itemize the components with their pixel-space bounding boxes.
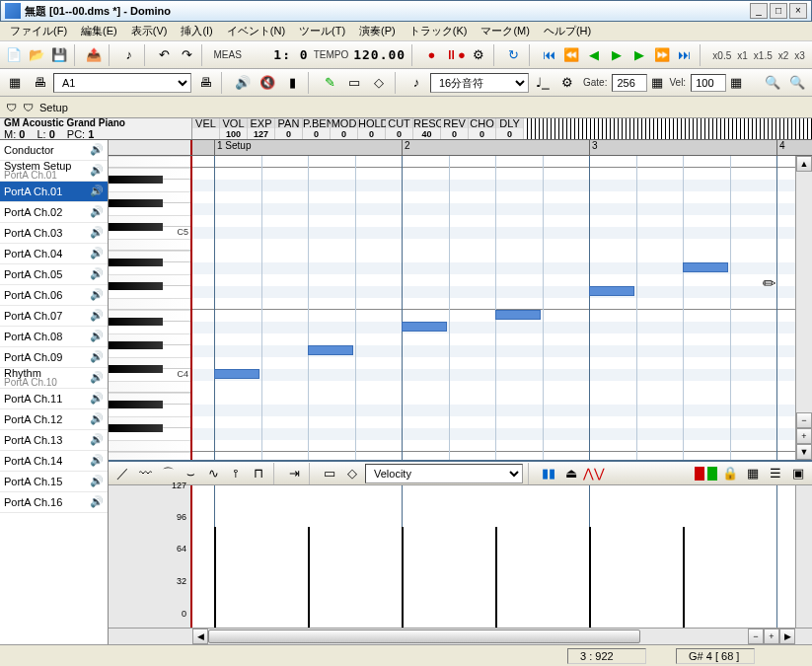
track-row[interactable]: PortA Ch.09🔊 xyxy=(0,347,108,368)
forward-button[interactable]: ⏩ xyxy=(652,44,672,66)
cc-graph[interactable] xyxy=(192,485,795,628)
cc-type-select[interactable]: Velocity xyxy=(365,464,523,483)
printer-icon-2[interactable]: 🖶 xyxy=(194,72,216,94)
eraser-tool[interactable]: ◇ xyxy=(368,72,390,94)
param-column[interactable]: DLY0 xyxy=(496,118,524,139)
velocity-bar[interactable] xyxy=(402,527,404,628)
mini-keyboard[interactable] xyxy=(524,118,812,139)
velocity-bar[interactable] xyxy=(308,527,310,628)
speaker-icon[interactable]: 🔊 xyxy=(232,72,254,94)
cc-lock-icon[interactable]: 🔒 xyxy=(720,464,740,483)
zoom-level[interactable]: x2 xyxy=(775,50,792,61)
scroll-down-button[interactable]: ▼ xyxy=(796,444,812,460)
zoom-level[interactable]: x3 xyxy=(791,50,808,61)
menu-item[interactable]: 表示(V) xyxy=(125,22,174,40)
track-row[interactable]: PortA Ch.08🔊 xyxy=(0,327,108,347)
cc-line-tool[interactable]: ／ xyxy=(112,464,132,483)
speaker-icon[interactable]: 🔊 xyxy=(90,350,104,364)
midi-note[interactable] xyxy=(495,310,541,320)
cc-insert-tool[interactable]: ⇥ xyxy=(284,464,304,483)
track-row[interactable]: PortA Ch.11🔊 xyxy=(0,389,108,409)
vel-spinner[interactable]: ▦ xyxy=(729,72,743,94)
track-row[interactable]: PortA Ch.01🔊 xyxy=(0,182,108,202)
speaker-icon[interactable]: 🔊 xyxy=(90,185,104,198)
velocity-bar[interactable] xyxy=(589,527,591,628)
track-view-icon[interactable]: ▦ xyxy=(4,72,26,94)
note-settings-icon[interactable]: ⚙ xyxy=(556,72,578,94)
speaker-icon[interactable]: 🔊 xyxy=(90,309,104,323)
param-column[interactable]: RESO40 xyxy=(413,118,441,139)
speaker-icon[interactable]: 🔊 xyxy=(90,495,104,509)
maximize-button[interactable]: □ xyxy=(770,3,787,19)
track-row[interactable]: PortA Ch.06🔊 xyxy=(0,285,108,306)
track-select[interactable]: A1 xyxy=(53,73,191,93)
horizontal-scrollbar[interactable] xyxy=(208,629,748,644)
menu-item[interactable]: イベント(N) xyxy=(221,22,291,40)
track-row[interactable]: PortA Ch.12🔊 xyxy=(0,409,108,430)
speaker-icon[interactable]: 🔊 xyxy=(90,205,104,219)
speaker-mute-icon[interactable]: 🔇 xyxy=(257,72,278,94)
cc-marker-icon[interactable]: ⏏ xyxy=(561,464,581,483)
gate-spinner[interactable]: ▦ xyxy=(650,72,664,94)
record-button[interactable]: ● xyxy=(422,44,442,66)
velocity-bar[interactable] xyxy=(683,527,685,628)
record-pause-button[interactable]: ⏸● xyxy=(444,44,466,66)
new-file-button[interactable]: 📄 xyxy=(4,44,24,66)
midi-note[interactable] xyxy=(308,345,353,355)
param-column[interactable]: CHO0 xyxy=(469,118,496,139)
menu-item[interactable]: ヘルプ(H) xyxy=(538,22,597,40)
track-row[interactable]: System SetupPortA Ch.01🔊 xyxy=(0,161,108,182)
gate-input[interactable] xyxy=(612,74,647,92)
speaker-icon[interactable]: 🔊 xyxy=(90,247,104,260)
cc-step-tool[interactable]: ⊓ xyxy=(249,464,268,483)
track-row[interactable]: PortA Ch.05🔊 xyxy=(0,264,108,285)
note-hold-icon[interactable]: ♩⎯ xyxy=(532,72,554,94)
param-column[interactable]: VOL100 xyxy=(220,118,248,139)
cc-vscroll[interactable] xyxy=(795,485,812,628)
cc-green-icon[interactable] xyxy=(707,467,717,481)
menu-item[interactable]: 編集(E) xyxy=(75,22,123,40)
scroll-plus-button[interactable]: + xyxy=(796,428,812,444)
menu-item[interactable]: 挿入(I) xyxy=(175,22,218,40)
menu-item[interactable]: 演奏(P) xyxy=(353,22,402,40)
record-settings-button[interactable]: ⚙ xyxy=(469,44,488,66)
midi-note[interactable] xyxy=(402,322,447,332)
time-ruler[interactable]: 1 Setup234 xyxy=(192,140,812,155)
save-file-button[interactable]: 💾 xyxy=(49,44,69,66)
param-column[interactable]: CUT0 xyxy=(386,118,413,139)
redo-button[interactable]: ↷ xyxy=(177,44,196,66)
speaker-icon[interactable]: 🔊 xyxy=(90,226,104,240)
speaker-icon[interactable]: 🔊 xyxy=(90,267,104,281)
cc-free-tool[interactable]: 〰 xyxy=(135,464,155,483)
param-column[interactable]: REV0 xyxy=(441,118,469,139)
go-end-button[interactable]: ⏭ xyxy=(675,44,695,66)
menu-item[interactable]: ツール(T) xyxy=(293,22,351,40)
scroll-up-button[interactable]: ▲ xyxy=(796,156,812,172)
minimize-button[interactable]: _ xyxy=(750,3,768,19)
midi-note[interactable] xyxy=(214,369,259,379)
vertical-scrollbar[interactable]: ▲ − + ▼ xyxy=(795,156,812,460)
printer-icon[interactable]: 🖶 xyxy=(29,72,50,94)
note-duration-select[interactable]: 16分音符 xyxy=(430,73,529,93)
hscroll-plus-button[interactable]: + xyxy=(764,629,779,644)
track-row[interactable]: PortA Ch.13🔊 xyxy=(0,430,108,451)
piano-keyboard[interactable]: C5C4 xyxy=(109,156,192,460)
cc-list-icon[interactable]: ☰ xyxy=(766,464,785,483)
close-button[interactable]: × xyxy=(789,3,807,19)
step-back-button[interactable]: ◀ xyxy=(584,44,604,66)
loop-button[interactable]: ↻ xyxy=(504,44,524,66)
cc-erase-tool[interactable]: ◇ xyxy=(342,464,362,483)
track-row[interactable]: Conductor🔊 xyxy=(0,140,108,161)
track-row[interactable]: PortA Ch.07🔊 xyxy=(0,306,108,327)
zoom-level[interactable]: x1.5 xyxy=(751,50,775,61)
cc-random-tool[interactable]: ⫯ xyxy=(226,464,246,483)
velocity-bar[interactable] xyxy=(214,527,216,628)
track-row[interactable]: PortA Ch.02🔊 xyxy=(0,202,108,223)
scroll-minus-button[interactable]: − xyxy=(796,412,812,428)
param-column[interactable]: VEL xyxy=(192,118,220,139)
vel-input[interactable] xyxy=(691,74,726,92)
cc-curve3-tool[interactable]: ∿ xyxy=(203,464,223,483)
cc-collapse-icon[interactable]: ▣ xyxy=(788,464,808,483)
menu-item[interactable]: トラック(K) xyxy=(404,22,474,40)
play-button[interactable]: ▶ xyxy=(607,44,627,66)
